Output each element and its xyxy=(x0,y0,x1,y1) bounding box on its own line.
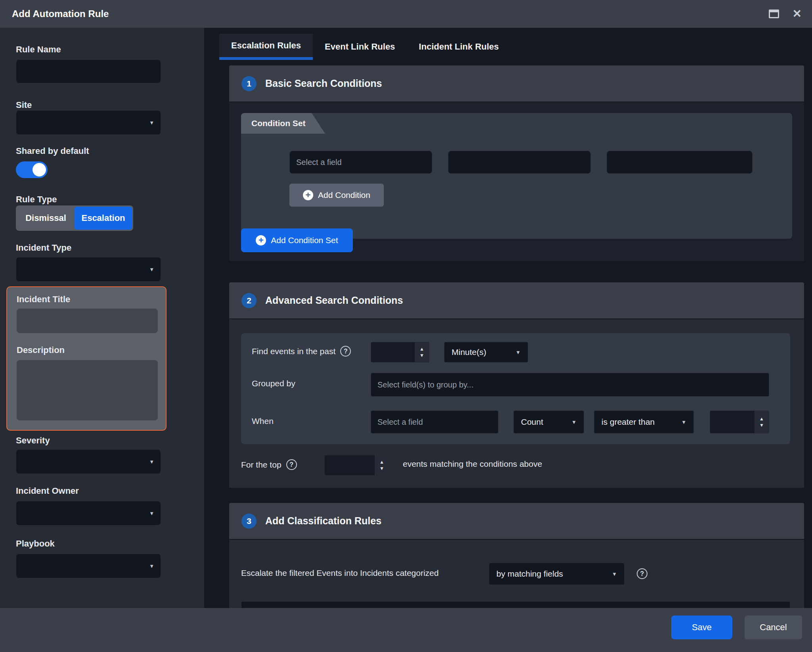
chevron-down-icon: ▼ xyxy=(149,459,154,464)
chevron-down-icon: ▼ xyxy=(612,571,617,577)
spin-up-icon: ▲ xyxy=(759,416,764,421)
for-top-label-text: For the top xyxy=(241,460,282,470)
dialog-titlebar: Add Automation Rule ✕ xyxy=(0,0,812,28)
top-events-value xyxy=(325,455,375,475)
add-condition-button[interactable]: + Add Condition xyxy=(289,184,384,207)
operator-value: is greater than xyxy=(601,417,655,427)
top-events-stepper[interactable]: ▲ ▼ xyxy=(324,455,389,476)
spin-down-icon: ▼ xyxy=(759,423,764,428)
tab-incident-link-rules[interactable]: Incident Link Rules xyxy=(407,34,511,60)
spin-up-icon: ▲ xyxy=(379,460,384,464)
help-icon[interactable]: ? xyxy=(286,459,297,470)
section-2-title: Advanced Search Conditions xyxy=(265,295,403,306)
stepper-buttons[interactable]: ▲ ▼ xyxy=(375,455,389,475)
step-1-badge: 1 xyxy=(241,76,257,91)
step-3-badge: 3 xyxy=(241,514,257,529)
section-2-body: Find events in the past ? ▲ ▼ Minute(s) … xyxy=(229,319,804,488)
threshold-stepper[interactable]: ▲ ▼ xyxy=(710,410,769,433)
toggle-knob xyxy=(33,163,46,176)
save-button-label: Save xyxy=(692,622,712,633)
window-controls: ✕ xyxy=(769,0,802,28)
section-add-classification-rules: 3 Add Classification Rules Escalate the … xyxy=(229,503,804,608)
tab-event-link-rules[interactable]: Event Link Rules xyxy=(313,34,407,60)
severity-select[interactable]: ▼ xyxy=(16,449,161,474)
rule-tabs: Escalation Rules Event Link Rules Incide… xyxy=(219,34,511,60)
aggregation-value: Count xyxy=(521,417,543,427)
help-icon[interactable]: ? xyxy=(340,346,351,357)
condition-field-select[interactable] xyxy=(289,151,432,174)
section-basic-search-conditions: 1 Basic Search Conditions Condition Set … xyxy=(229,65,804,262)
time-amount-value xyxy=(371,342,415,362)
severity-label: Severity xyxy=(16,435,50,446)
save-button[interactable]: Save xyxy=(671,616,732,639)
rule-type-option-dismissal[interactable]: Dismissal xyxy=(17,207,75,230)
shared-by-default-toggle[interactable] xyxy=(16,161,48,178)
section-3-body: Escalate the filtered Events into Incide… xyxy=(229,540,804,608)
stepper-buttons[interactable]: ▲ ▼ xyxy=(755,411,769,433)
chevron-down-icon: ▼ xyxy=(149,267,154,272)
step-2-badge: 2 xyxy=(241,293,257,308)
tab-escalation-rules[interactable]: Escalation Rules xyxy=(219,34,313,60)
rule-name-input[interactable] xyxy=(16,59,161,83)
time-unit-select[interactable]: Minute(s) ▼ xyxy=(444,342,528,362)
section-1-title: Basic Search Conditions xyxy=(265,78,382,89)
threshold-value xyxy=(710,411,755,433)
condition-set-panel: Condition Set + Add Condition xyxy=(241,113,792,239)
categorize-mode-select[interactable]: by matching fields ▼ xyxy=(489,563,624,585)
section-2-header: 2 Advanced Search Conditions xyxy=(229,282,804,319)
plus-icon: + xyxy=(303,190,313,200)
escalate-categorized-label: Escalate the filtered Events into Incide… xyxy=(241,568,439,578)
rule-type-label: Rule Type xyxy=(16,194,57,205)
spin-down-icon: ▼ xyxy=(419,353,424,358)
incident-type-select[interactable]: ▼ xyxy=(16,257,161,282)
rule-name-label: Rule Name xyxy=(16,44,61,55)
find-events-label-text: Find events in the past xyxy=(252,347,335,356)
add-condition-label: Add Condition xyxy=(318,190,370,200)
close-icon[interactable]: ✕ xyxy=(793,8,802,19)
section-1-body: Condition Set + Add Condition + Add Cond… xyxy=(229,102,804,261)
spin-up-icon: ▲ xyxy=(419,347,424,351)
stepper-buttons[interactable]: ▲ ▼ xyxy=(415,342,429,362)
for-top-suffix: events matching the conditions above xyxy=(403,459,542,469)
incident-type-label: Incident Type xyxy=(16,243,71,253)
description-label: Description xyxy=(17,345,65,355)
chevron-down-icon: ▼ xyxy=(149,120,154,125)
incident-title-input[interactable] xyxy=(17,309,158,333)
site-select[interactable]: ▼ xyxy=(16,110,161,135)
playbook-label: Playbook xyxy=(16,539,55,549)
incident-title-label: Incident Title xyxy=(17,294,70,305)
cancel-button[interactable]: Cancel xyxy=(745,616,802,639)
classify-fields-input[interactable] xyxy=(241,601,790,608)
highlighted-fields-panel: Incident Title Description xyxy=(6,286,167,431)
section-1-header: 1 Basic Search Conditions xyxy=(229,65,804,102)
aggregation-select[interactable]: Count ▼ xyxy=(513,410,584,433)
section-3-header: 3 Add Classification Rules xyxy=(229,503,804,540)
chevron-down-icon: ▼ xyxy=(681,420,686,425)
maximize-icon[interactable] xyxy=(769,10,779,18)
time-unit-value: Minute(s) xyxy=(452,347,486,357)
condition-value-input[interactable] xyxy=(607,151,753,174)
rule-editor-main: Escalation Rules Event Link Rules Incide… xyxy=(204,28,812,608)
help-icon[interactable]: ? xyxy=(637,568,647,579)
incident-owner-label: Incident Owner xyxy=(16,486,79,496)
operator-select[interactable]: is greater than ▼ xyxy=(594,410,694,433)
categorize-mode-value: by matching fields xyxy=(496,569,563,579)
grouped-by-input[interactable] xyxy=(371,373,769,397)
time-amount-stepper[interactable]: ▲ ▼ xyxy=(371,342,429,362)
for-top-label: For the top ? xyxy=(241,459,297,470)
section-advanced-search-conditions: 2 Advanced Search Conditions Find events… xyxy=(229,282,804,489)
condition-operator-input[interactable] xyxy=(448,151,591,174)
rule-type-segmented: Dismissal Escalation xyxy=(16,205,133,231)
rule-type-option-escalation[interactable]: Escalation xyxy=(75,207,132,230)
advanced-conditions-panel: Find events in the past ? ▲ ▼ Minute(s) … xyxy=(241,333,790,444)
incident-owner-select[interactable]: ▼ xyxy=(16,501,161,525)
add-condition-set-button[interactable]: + Add Condition Set xyxy=(241,228,353,252)
when-field-select[interactable] xyxy=(371,410,498,433)
when-label: When xyxy=(252,416,274,426)
chevron-down-icon: ▼ xyxy=(515,350,521,355)
spin-down-icon: ▼ xyxy=(379,466,384,471)
plus-icon: + xyxy=(256,235,266,245)
description-textarea[interactable] xyxy=(17,360,158,420)
playbook-select[interactable]: ▼ xyxy=(16,554,161,578)
chevron-down-icon: ▼ xyxy=(149,511,154,516)
